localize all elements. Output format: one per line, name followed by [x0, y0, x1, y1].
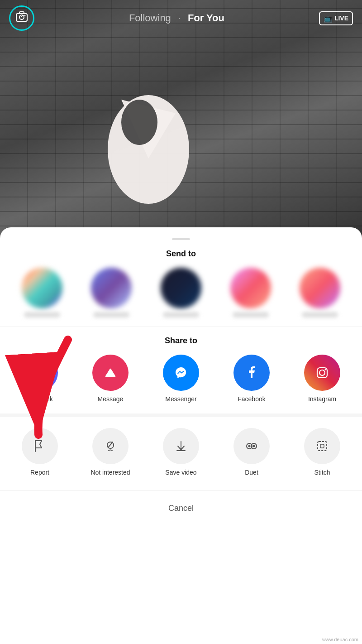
contact-avatar-3	[161, 268, 201, 308]
share-label-messenger: Messenger	[165, 395, 196, 403]
svg-point-15	[253, 445, 255, 447]
live-label: LIVE	[334, 14, 348, 22]
sheet-handle	[172, 238, 190, 240]
save-video-icon-circle	[163, 428, 199, 464]
share-label-message: Message	[98, 395, 124, 403]
top-navigation: Following · For You 📺 LIVE	[0, 0, 362, 36]
messenger-icon	[163, 355, 199, 391]
tab-foryou[interactable]: For You	[188, 12, 224, 24]
share-label-facebook: Facebook	[238, 395, 265, 403]
action-row: Report Not interested Save video	[0, 428, 362, 476]
svg-point-2	[121, 100, 157, 145]
action-item-not-interested[interactable]: Not interested	[81, 428, 140, 476]
action-item-duet[interactable]: Duet	[222, 428, 281, 476]
camera-icon	[15, 10, 28, 26]
contact-item[interactable]	[291, 268, 349, 317]
nav-divider: ·	[178, 14, 181, 23]
share-item-copylink[interactable]: Copy link	[10, 355, 69, 403]
action-label-stitch: Stitch	[314, 469, 330, 476]
svg-point-8	[319, 370, 325, 375]
svg-rect-17	[320, 444, 324, 448]
contact-name-2	[93, 312, 129, 317]
video-background: Following · For You 📺 LIVE	[0, 0, 362, 240]
share-label-copylink: Copy link	[27, 395, 53, 403]
svg-point-5	[24, 15, 26, 16]
action-item-stitch[interactable]: Stitch	[293, 428, 352, 476]
not-interested-icon-circle	[92, 428, 129, 464]
camera-button[interactable]	[9, 5, 34, 31]
contact-item[interactable]	[82, 268, 141, 317]
tv-icon: 📺	[324, 14, 333, 23]
share-label-instagram: Instagram	[308, 395, 336, 403]
contact-avatar-4	[230, 268, 271, 308]
stitch-icon-circle	[304, 428, 340, 464]
dog-silhouette	[94, 77, 239, 240]
tab-following[interactable]: Following	[129, 12, 171, 24]
svg-point-14	[248, 445, 251, 447]
contact-name-5	[302, 312, 338, 317]
action-item-save-video[interactable]: Save video	[152, 428, 210, 476]
watermark: www.deuac.com	[322, 637, 358, 642]
share-item-messenger[interactable]: Messenger	[152, 355, 210, 403]
duet-icon-circle	[233, 428, 270, 464]
cancel-button[interactable]: Cancel	[0, 500, 362, 517]
navigation-tabs: Following · For You	[129, 12, 224, 24]
facebook-icon	[233, 355, 270, 391]
contact-avatar-5	[300, 268, 340, 308]
share-item-message[interactable]: Message	[81, 355, 140, 403]
svg-point-9	[325, 369, 326, 370]
share-to-title: Share to	[0, 336, 362, 346]
svg-point-4	[19, 15, 24, 19]
report-icon-circle	[22, 428, 58, 464]
copy-link-icon	[22, 355, 58, 391]
action-divider	[0, 413, 362, 417]
action-label-save-video: Save video	[165, 469, 196, 476]
svg-marker-6	[106, 369, 115, 376]
instagram-icon	[304, 355, 340, 391]
contact-avatar-1	[22, 268, 62, 308]
message-icon	[92, 355, 129, 391]
contact-avatar-2	[91, 268, 132, 308]
contacts-row	[0, 268, 362, 317]
live-button[interactable]: 📺 LIVE	[319, 11, 353, 25]
cancel-section: Cancel	[0, 490, 362, 526]
share-item-facebook[interactable]: Facebook	[222, 355, 281, 403]
contact-name-4	[233, 312, 269, 317]
action-label-report: Report	[30, 469, 49, 476]
send-to-title: Send to	[0, 249, 362, 259]
contact-item[interactable]	[221, 268, 280, 317]
contact-item[interactable]	[152, 268, 210, 317]
share-item-instagram[interactable]: Instagram	[293, 355, 352, 403]
contact-item[interactable]	[13, 268, 71, 317]
contact-name-1	[24, 312, 60, 317]
action-item-report[interactable]: Report	[10, 428, 69, 476]
svg-rect-16	[318, 442, 327, 451]
action-label-not-interested: Not interested	[90, 469, 130, 476]
contact-name-3	[163, 312, 199, 317]
action-label-duet: Duet	[245, 469, 258, 476]
share-bottom-sheet: Send to Share to	[0, 227, 362, 644]
share-row: Copy link Message Messenger	[0, 355, 362, 403]
section-divider	[0, 327, 362, 327]
